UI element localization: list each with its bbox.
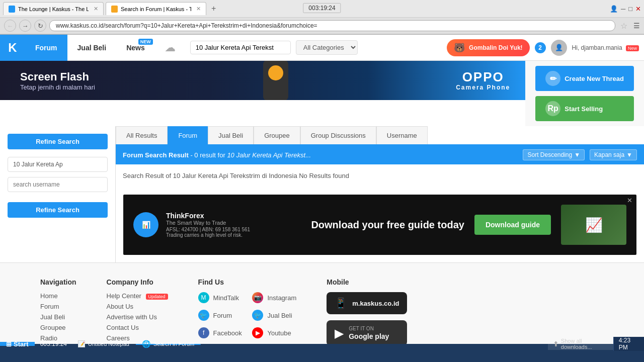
tab-forum[interactable]: Forum [168,126,208,144]
date-label: Kapan saja [594,151,624,158]
refresh-button[interactable]: ↻ [34,20,46,32]
settings-icon[interactable]: ☰ [633,22,640,30]
create-thread-button[interactable]: ✏ Create New Thread [535,66,634,91]
nav-search-input[interactable] [190,41,291,54]
jualbeli-label: Jual Beli [267,312,292,319]
start-selling-icon: Rp [545,101,560,116]
oppo-sub: Camera Phone [456,84,510,91]
address-bar[interactable] [49,20,615,31]
kaskus-logo[interactable]: K [0,35,25,61]
page-content: K Forum Jual Beli News NEW ☁ All Categor… [0,35,644,362]
user-avatar[interactable]: 👤 [551,40,567,56]
start-button[interactable]: ⊞ Start [0,342,35,346]
sort-controls: Sort Descending ▼ Kapan saja ▼ [523,149,637,160]
social-forum-twitter[interactable]: 🐦 Forum [198,310,243,321]
social-instagram[interactable]: 📷 Instagram [252,292,296,303]
footer-company-title: Company Info [107,278,168,286]
footer-nav-forum[interactable]: Forum [40,303,76,310]
notification-badge[interactable]: 2 [535,42,546,53]
window-minimize[interactable]: ─ [621,5,625,13]
social-mindtalk[interactable]: M MindTalk [198,292,243,303]
window-user-icon[interactable]: 👤 [610,5,618,13]
google-play-icon: ▶ [335,326,344,340]
window-close[interactable]: ✕ [635,5,641,13]
footer-about-us[interactable]: About Us [107,303,168,310]
banner-text: Screen Flash Tetap jernih di malam hari [0,70,95,91]
sort-descending-button[interactable]: Sort Descending ▼ [523,149,585,160]
nav-news[interactable]: News NEW [116,35,155,61]
user-info[interactable]: Hi, djamban.mania New [572,44,639,51]
social-jualbeli-twitter[interactable]: 🐦 Jual Beli [252,310,296,321]
browser-tab-1[interactable]: The Lounge | Kaskus - The L... ✕ [3,2,104,15]
phone-icon: 📱 [335,297,347,309]
forum-twitter-icon: 🐦 [198,310,209,321]
social-facebook[interactable]: f Facebook [198,327,243,338]
search-tabs: All Results Forum Jual Beli Groupee Grou… [116,126,644,145]
tab1-close[interactable]: ✕ [94,6,98,12]
back-button[interactable]: ← [4,20,16,32]
refine-search-bottom-button[interactable]: Refine Search [8,202,108,218]
forward-button[interactable]: → [19,20,31,32]
ad-download-button[interactable]: Download guide [474,215,551,235]
banner-title: Screen Flash [20,70,95,83]
notification-count: 2 [538,44,542,51]
tab-jualbeli-label: Jual Beli [218,132,243,139]
new-tab-button[interactable]: + [208,4,219,13]
help-center-label: Help Center [107,292,141,300]
footer-find-us-title: Find Us [198,278,297,286]
show-all-downloads[interactable]: ⬆ Show all downloads... [548,338,613,350]
browser-tab-2[interactable]: Search in Forum | Kaskus - T... ✕ [106,2,206,15]
windows-icon: ⊞ [6,340,12,348]
tab1-favicon [9,6,15,13]
results-query: 10 Jalur Kereta Api Terekst... [227,151,311,159]
gombalin-avatar-img: 🐻 [454,42,465,53]
browser-menu-icons: ☰ [633,22,640,30]
sort-label: Sort Descending [527,151,572,158]
refine-search-top-button[interactable]: Refine Search [8,134,108,149]
window-maximize[interactable]: □ [628,5,632,13]
gombalin-button[interactable]: 🐻 Gombalin Doi Yuk! [447,39,529,56]
tab-group-discussions-label: Group Discussions [311,132,366,139]
footer-nav-groupee[interactable]: Groupee [40,324,76,331]
categories-select[interactable]: All Categories [296,40,358,55]
nav-forum[interactable]: Forum [25,35,67,61]
google-play-button[interactable]: ▶ GET IT ON Google play [327,320,407,346]
footer-nav-jualbeli[interactable]: Jual Beli [40,313,76,321]
nav-jualbeli[interactable]: Jual Beli [67,35,117,61]
show-downloads-label: Show all downloads... [561,338,608,350]
nav-cloud[interactable]: ☁ [155,35,185,61]
mindtalk-label: MindTalk [213,294,239,302]
social-youtube[interactable]: ▶ Youtube [252,327,296,338]
taskbar-notepad-label: Untitled Notepad [88,341,129,347]
search-results-area: Refine Search Refine Search All Results … [0,126,644,262]
downloads-arrow-icon: ⬆ [553,340,559,348]
bookmark-star[interactable]: ☆ [620,21,627,31]
taskbar-browser[interactable]: 🌐 Search in Forum [136,344,201,345]
banner-subtitle: Tetap jernih di malam hari [20,83,95,91]
footer-help-center[interactable]: Help Center Updated [107,292,168,300]
tab2-close[interactable]: ✕ [196,6,201,12]
footer-nav-home[interactable]: Home [40,292,76,300]
footer-nav-title: Navigation [40,278,76,286]
footer-advertise[interactable]: Advertise with Us [107,313,168,321]
date-filter-button[interactable]: Kapan saja ▼ [590,149,637,160]
username-search-input[interactable] [8,177,108,192]
tab-group-discussions[interactable]: Group Discussions [300,126,376,144]
thinkforex-logo: 📊 [133,212,158,237]
ad-headline: Download your free guide today [311,219,464,231]
taskbar-clock[interactable]: 4:23 PM [613,337,644,351]
tab-jualbeli[interactable]: Jual Beli [208,126,254,144]
start-selling-button[interactable]: Rp Start Selling [535,96,634,121]
refine-top-label: Refine Search [36,138,79,145]
footer-contact-us[interactable]: Contact Us [107,324,168,331]
mobile-site-button[interactable]: 📱 m.kaskus.co.id [327,292,407,314]
tab-username-label: Username [387,132,417,139]
youtube-label: Youtube [267,329,291,337]
tab-username[interactable]: Username [376,126,428,144]
thinkforex-ad: 📊 ThinkForex The Smart Way to Trade AFSL… [123,195,636,255]
keyword-search-input[interactable] [8,157,108,172]
tab-groupee[interactable]: Groupee [254,126,300,144]
ad-close-button[interactable]: ✕ [627,197,632,204]
tab-all-results[interactable]: All Results [116,126,168,144]
tab-all-results-label: All Results [126,132,157,139]
